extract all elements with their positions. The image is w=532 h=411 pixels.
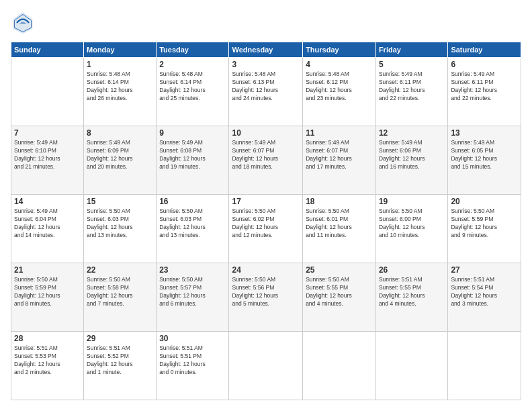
day-info: Sunrise: 5:50 AM Sunset: 6:01 PM Dayligh… bbox=[306, 208, 373, 240]
day-info: Sunrise: 5:48 AM Sunset: 6:13 PM Dayligh… bbox=[232, 71, 300, 103]
day-cell: 21Sunrise: 5:50 AM Sunset: 5:59 PM Dayli… bbox=[11, 263, 84, 332]
header bbox=[11, 11, 521, 35]
day-info: Sunrise: 5:49 AM Sunset: 6:07 PM Dayligh… bbox=[232, 139, 300, 171]
day-number: 29 bbox=[87, 334, 153, 343]
day-cell: 24Sunrise: 5:50 AM Sunset: 5:56 PM Dayli… bbox=[229, 263, 303, 332]
day-number: 17 bbox=[232, 197, 300, 206]
day-cell: 10Sunrise: 5:49 AM Sunset: 6:07 PM Dayli… bbox=[229, 126, 303, 195]
logo bbox=[11, 11, 38, 35]
header-row: SundayMondayTuesdayWednesdayThursdayFrid… bbox=[11, 42, 521, 58]
day-header-wednesday: Wednesday bbox=[229, 42, 303, 58]
day-info: Sunrise: 5:50 AM Sunset: 5:59 PM Dayligh… bbox=[451, 208, 518, 240]
day-cell bbox=[303, 332, 376, 400]
calendar-table: SundayMondayTuesdayWednesdayThursdayFrid… bbox=[11, 42, 521, 400]
day-info: Sunrise: 5:48 AM Sunset: 6:12 PM Dayligh… bbox=[306, 71, 373, 103]
day-info: Sunrise: 5:50 AM Sunset: 5:55 PM Dayligh… bbox=[306, 276, 373, 308]
day-number: 26 bbox=[379, 265, 445, 275]
day-cell: 11Sunrise: 5:49 AM Sunset: 6:07 PM Dayli… bbox=[303, 126, 376, 195]
day-cell: 23Sunrise: 5:50 AM Sunset: 5:57 PM Dayli… bbox=[157, 263, 229, 332]
week-row-2: 14Sunrise: 5:49 AM Sunset: 6:04 PM Dayli… bbox=[11, 195, 521, 263]
day-cell: 9Sunrise: 5:49 AM Sunset: 6:08 PM Daylig… bbox=[157, 126, 229, 195]
day-header-sunday: Sunday bbox=[11, 42, 84, 58]
day-cell: 15Sunrise: 5:50 AM Sunset: 6:03 PM Dayli… bbox=[84, 195, 157, 263]
day-cell: 26Sunrise: 5:51 AM Sunset: 5:55 PM Dayli… bbox=[375, 263, 447, 332]
day-info: Sunrise: 5:49 AM Sunset: 6:11 PM Dayligh… bbox=[451, 71, 518, 103]
day-header-friday: Friday bbox=[375, 42, 447, 58]
day-number: 6 bbox=[451, 60, 518, 69]
day-number: 1 bbox=[87, 60, 153, 69]
day-number: 9 bbox=[159, 128, 226, 138]
day-info: Sunrise: 5:49 AM Sunset: 6:07 PM Dayligh… bbox=[306, 139, 373, 171]
day-cell: 7Sunrise: 5:49 AM Sunset: 6:10 PM Daylig… bbox=[11, 126, 84, 195]
day-cell bbox=[375, 332, 447, 400]
day-number: 22 bbox=[87, 265, 153, 275]
day-cell: 16Sunrise: 5:50 AM Sunset: 6:03 PM Dayli… bbox=[157, 195, 229, 263]
day-number: 24 bbox=[232, 265, 300, 275]
day-cell: 28Sunrise: 5:51 AM Sunset: 5:53 PM Dayli… bbox=[11, 332, 84, 400]
day-number: 5 bbox=[379, 60, 445, 69]
day-number: 25 bbox=[306, 265, 373, 275]
day-cell: 1Sunrise: 5:48 AM Sunset: 6:14 PM Daylig… bbox=[84, 58, 157, 126]
day-cell: 14Sunrise: 5:49 AM Sunset: 6:04 PM Dayli… bbox=[11, 195, 84, 263]
day-cell bbox=[229, 332, 303, 400]
day-number: 15 bbox=[87, 197, 153, 206]
day-number: 3 bbox=[232, 60, 300, 69]
day-cell: 29Sunrise: 5:51 AM Sunset: 5:52 PM Dayli… bbox=[84, 332, 157, 400]
day-cell: 12Sunrise: 5:49 AM Sunset: 6:06 PM Dayli… bbox=[375, 126, 447, 195]
day-cell: 4Sunrise: 5:48 AM Sunset: 6:12 PM Daylig… bbox=[303, 58, 376, 126]
day-cell: 25Sunrise: 5:50 AM Sunset: 5:55 PM Dayli… bbox=[303, 263, 376, 332]
day-info: Sunrise: 5:51 AM Sunset: 5:52 PM Dayligh… bbox=[87, 345, 153, 377]
day-header-tuesday: Tuesday bbox=[157, 42, 229, 58]
day-info: Sunrise: 5:51 AM Sunset: 5:51 PM Dayligh… bbox=[159, 345, 226, 377]
day-cell: 2Sunrise: 5:48 AM Sunset: 6:14 PM Daylig… bbox=[157, 58, 229, 126]
day-info: Sunrise: 5:50 AM Sunset: 5:59 PM Dayligh… bbox=[14, 276, 81, 308]
week-row-0: 1Sunrise: 5:48 AM Sunset: 6:14 PM Daylig… bbox=[11, 58, 521, 126]
day-header-thursday: Thursday bbox=[303, 42, 376, 58]
day-info: Sunrise: 5:50 AM Sunset: 6:03 PM Dayligh… bbox=[159, 208, 226, 240]
day-info: Sunrise: 5:51 AM Sunset: 5:54 PM Dayligh… bbox=[451, 276, 518, 308]
day-info: Sunrise: 5:49 AM Sunset: 6:04 PM Dayligh… bbox=[14, 208, 81, 240]
week-row-3: 21Sunrise: 5:50 AM Sunset: 5:59 PM Dayli… bbox=[11, 263, 521, 332]
day-info: Sunrise: 5:50 AM Sunset: 5:58 PM Dayligh… bbox=[87, 276, 153, 308]
day-number: 14 bbox=[14, 197, 81, 206]
day-number: 4 bbox=[306, 60, 373, 69]
day-cell: 30Sunrise: 5:51 AM Sunset: 5:51 PM Dayli… bbox=[157, 332, 229, 400]
day-info: Sunrise: 5:49 AM Sunset: 6:08 PM Dayligh… bbox=[159, 139, 226, 171]
day-cell: 18Sunrise: 5:50 AM Sunset: 6:01 PM Dayli… bbox=[303, 195, 376, 263]
day-cell: 13Sunrise: 5:49 AM Sunset: 6:05 PM Dayli… bbox=[448, 126, 521, 195]
day-number: 30 bbox=[159, 334, 226, 343]
day-cell: 17Sunrise: 5:50 AM Sunset: 6:02 PM Dayli… bbox=[229, 195, 303, 263]
day-number: 28 bbox=[14, 334, 81, 343]
week-row-4: 28Sunrise: 5:51 AM Sunset: 5:53 PM Dayli… bbox=[11, 332, 521, 400]
page: SundayMondayTuesdayWednesdayThursdayFrid… bbox=[0, 0, 532, 411]
day-info: Sunrise: 5:50 AM Sunset: 6:00 PM Dayligh… bbox=[379, 208, 445, 240]
day-info: Sunrise: 5:48 AM Sunset: 6:14 PM Dayligh… bbox=[159, 71, 226, 103]
day-info: Sunrise: 5:50 AM Sunset: 6:03 PM Dayligh… bbox=[87, 208, 153, 240]
day-number: 18 bbox=[306, 197, 373, 206]
day-cell bbox=[11, 58, 84, 126]
day-info: Sunrise: 5:50 AM Sunset: 5:57 PM Dayligh… bbox=[159, 276, 226, 308]
day-cell: 19Sunrise: 5:50 AM Sunset: 6:00 PM Dayli… bbox=[375, 195, 447, 263]
day-info: Sunrise: 5:51 AM Sunset: 5:55 PM Dayligh… bbox=[379, 276, 445, 308]
day-info: Sunrise: 5:49 AM Sunset: 6:06 PM Dayligh… bbox=[379, 139, 445, 171]
day-cell: 8Sunrise: 5:49 AM Sunset: 6:09 PM Daylig… bbox=[84, 126, 157, 195]
day-cell: 3Sunrise: 5:48 AM Sunset: 6:13 PM Daylig… bbox=[229, 58, 303, 126]
day-number: 8 bbox=[87, 128, 153, 138]
day-cell bbox=[448, 332, 521, 400]
day-number: 16 bbox=[159, 197, 226, 206]
week-row-1: 7Sunrise: 5:49 AM Sunset: 6:10 PM Daylig… bbox=[11, 126, 521, 195]
day-info: Sunrise: 5:51 AM Sunset: 5:53 PM Dayligh… bbox=[14, 345, 81, 377]
calendar-header: SundayMondayTuesdayWednesdayThursdayFrid… bbox=[11, 42, 521, 58]
day-number: 2 bbox=[159, 60, 226, 69]
day-number: 12 bbox=[379, 128, 445, 138]
day-header-monday: Monday bbox=[84, 42, 157, 58]
day-info: Sunrise: 5:49 AM Sunset: 6:10 PM Dayligh… bbox=[14, 139, 81, 171]
day-info: Sunrise: 5:50 AM Sunset: 6:02 PM Dayligh… bbox=[232, 208, 300, 240]
day-number: 23 bbox=[159, 265, 226, 275]
day-cell: 5Sunrise: 5:49 AM Sunset: 6:11 PM Daylig… bbox=[375, 58, 447, 126]
logo-icon bbox=[11, 11, 35, 35]
day-cell: 27Sunrise: 5:51 AM Sunset: 5:54 PM Dayli… bbox=[448, 263, 521, 332]
day-number: 11 bbox=[306, 128, 373, 138]
day-info: Sunrise: 5:49 AM Sunset: 6:11 PM Dayligh… bbox=[379, 71, 445, 103]
day-number: 7 bbox=[14, 128, 81, 138]
